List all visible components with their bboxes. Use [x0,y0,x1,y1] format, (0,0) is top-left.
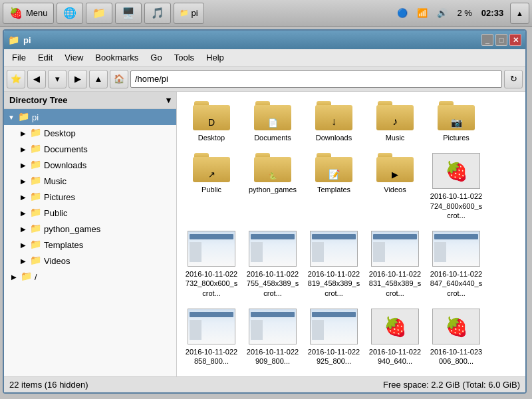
sidebar-item-root[interactable]: ▶ 📁 / [4,269,176,285]
thumbnail-ss2 [188,231,235,267]
tree-collapse-icon[interactable]: ▾ [166,95,171,105]
sidebar-item-downloads[interactable]: ▶ 📁 Downloads [16,157,176,173]
screenshot-item-ss8[interactable]: 2016-10-11-022909_800... [243,305,302,370]
menu-button[interactable]: 🍓 Menu [3,3,54,24]
folder-music-icon: 📁 [30,175,42,187]
directory-tree-header: Directory Tree ▾ [4,92,176,109]
screenshot-item-ss1[interactable]: 🍓 2016-10-11-022724_800x600_scrot... [427,149,485,224]
up-button[interactable]: ▲ [89,70,108,88]
folder-item-templates[interactable]: 📝 Templates [305,149,363,224]
screenshot-name-ss5: 2016-10-11-022831_458x389_scrot... [368,269,422,298]
folder-pictures-icon: 📁 [30,191,42,203]
back-dropdown-button[interactable]: ▾ [48,70,66,88]
expand-music-icon: ▶ [19,176,28,186]
time-label: 02:33 [481,8,503,18]
menu-file[interactable]: File [7,51,31,64]
screenshot-item-ss6[interactable]: 2016-10-11-022847_640x440_scrot... [427,227,485,302]
sidebar-item-pi[interactable]: ▼ 📁 pi [4,109,176,125]
folder-item-pictures[interactable]: 📷 Pictures [427,97,485,146]
folder-item-videos[interactable]: ▶ Videos [366,149,424,224]
folder-item-documents[interactable]: 📄 Documents [243,97,302,146]
folder-icon-downloads: ↓ [315,101,352,130]
screenshot-item-ss2[interactable]: 2016-10-11-022732_800x600_scrot... [182,227,241,302]
screenshot-item-ss5[interactable]: 2016-10-11-022831_458x389_scrot... [366,227,424,302]
screenshot-item-ss4[interactable]: 2016-10-11-022819_458x389_scrot... [305,227,363,302]
menu-label: Menu [26,8,48,18]
folder-templates-icon: 📁 [30,239,42,251]
folder-item-downloads[interactable]: ↓ Downloads [305,97,363,146]
audio-button[interactable]: 🎵 [144,3,171,24]
screenshot-item-ss10[interactable]: 🍓 2016-10-11-022940_640... [366,305,424,370]
sidebar-label-templates: Templates [44,240,83,250]
browser-button[interactable]: 🌐 [57,3,83,24]
rpi-logo-ss11: 🍓 [445,316,468,338]
folder-item-public[interactable]: ↗ Public [182,149,241,224]
minimize-button[interactable]: _ [481,34,493,46]
expand-pi-icon: ▼ [7,112,16,122]
menu-tools[interactable]: Tools [169,51,200,64]
sidebar-item-music[interactable]: ▶ 📁 Music [16,173,176,189]
folder-icon-documents: 📄 [254,101,291,130]
sidebar-item-public[interactable]: ▶ 📁 Public [16,205,176,221]
free-space: Free space: 2.2 GiB (Total: 6.0 GiB) [383,380,520,390]
screenshot-name-ss11: 2016-10-11-023006_800... [430,347,483,366]
thumbnail-ss6 [432,231,480,267]
folder-item-python-games[interactable]: 🐍 python_games [243,149,302,224]
title-folder-icon: 📁 [8,35,19,45]
folder-desktop-icon: 📁 [30,127,42,139]
sidebar-item-templates[interactable]: ▶ 📁 Templates [16,237,176,253]
filemanager-button[interactable]: 📁 [86,3,112,24]
menu-help[interactable]: Help [201,51,229,64]
close-button[interactable]: ✕ [509,34,521,46]
folder-overlay-python-games: 🐍 [269,172,277,180]
clock: 02:33 [479,7,506,19]
window-title: pi [23,35,31,45]
volume-icon: 🔊 [437,8,448,18]
screenshot-item-ss11[interactable]: 🍓 2016-10-11-023006_800... [427,305,485,370]
screenshot-item-ss3[interactable]: 2016-10-11-022755_458x389_scrot... [243,227,302,302]
sidebar-item-pictures[interactable]: ▶ 📁 Pictures [16,189,176,205]
resize-button[interactable]: ▲ [510,3,529,24]
sidebar-label-music: Music [44,176,66,186]
sidebar-item-documents[interactable]: ▶ 📁 Documents [16,141,176,157]
address-bar[interactable] [130,70,502,88]
raspberry-icon: 🍓 [9,6,23,21]
bookmark-button[interactable]: ⭐ [7,70,25,88]
folder-item-desktop[interactable]: D Desktop [182,97,241,146]
wifi-indicator: 📶 [414,7,430,19]
folder-icon-pictures: 📷 [438,101,475,130]
sidebar-label-pictures: Pictures [44,192,75,202]
menu-view[interactable]: View [59,51,88,64]
folder-overlay-pictures: 📷 [451,117,462,128]
terminal-button[interactable]: 🖥️ [115,3,142,24]
sidebar-item-videos[interactable]: ▶ 📁 Videos [16,253,176,269]
screenshot-item-ss7[interactable]: 2016-10-11-022858_800... [182,305,241,370]
home-button[interactable]: 🏠 [110,70,128,88]
maximize-button[interactable]: □ [495,34,507,46]
folder-name-python-games: python_games [249,185,297,194]
folder-icon-videos: ▶ [376,153,414,182]
pi-window-button[interactable]: 📁 pi [174,3,204,24]
thumbnail-ss4 [310,231,358,267]
sidebar-item-desktop[interactable]: ▶ 📁 Desktop [16,125,176,141]
expand-desktop-icon: ▶ [19,128,28,138]
forward-button[interactable]: ▶ [68,70,87,88]
refresh-button[interactable]: ↻ [504,70,523,88]
screenshot-name-ss6: 2016-10-11-022847_640x440_scrot... [430,269,483,298]
menu-bookmarks[interactable]: Bookmarks [90,51,144,64]
folder-item-music[interactable]: ♪ Music [366,97,424,146]
window-controls: _ □ ✕ [481,34,521,46]
folder-overlay-music: ♪ [392,116,398,128]
sidebar-item-python-games[interactable]: ▶ 📁 python_games [16,221,176,237]
folder-name-public: Public [201,185,221,194]
menu-go[interactable]: Go [145,51,167,64]
screenshot-item-ss9[interactable]: 2016-10-11-022925_800... [305,305,363,370]
rpi-logo-ss1: 🍓 [445,160,468,182]
folder-icon: 📁 [92,6,106,21]
back-button[interactable]: ◀ [27,70,46,88]
folder-pi-icon: 📁 [18,111,30,123]
sidebar-label-public: Public [44,208,67,218]
folder-overlay-videos: ▶ [392,170,398,180]
thumbnail-ss5 [371,231,419,267]
menu-edit[interactable]: Edit [33,51,58,64]
